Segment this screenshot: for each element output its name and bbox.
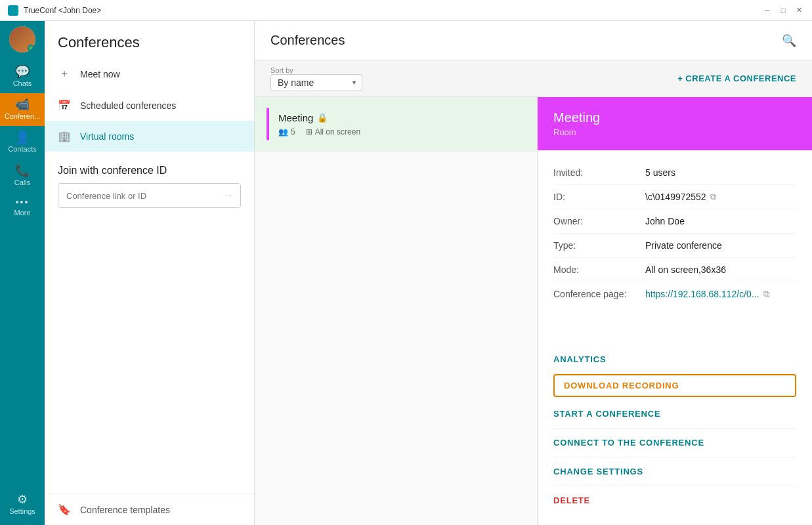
detail-row-mode: Mode: All on screen,36x36 <box>553 258 796 282</box>
detail-key-type: Type: <box>553 240 645 251</box>
analytics-button[interactable]: ANALYTICS <box>553 345 796 374</box>
conference-item-meeting[interactable]: Meeting 🔒 👥 5 ⊞ All on screen <box>255 97 537 152</box>
detail-val-invited: 5 users <box>645 167 796 178</box>
chats-icon: 💬 <box>15 66 30 77</box>
detail-subtitle: Room <box>553 127 796 137</box>
connect-conference-button[interactable]: CONNECT TO THE CONFERENCE <box>553 429 796 457</box>
detail-key-mode: Mode: <box>553 264 645 275</box>
maximize-button[interactable]: □ <box>778 5 788 16</box>
sidebar-chats-label: Chats <box>13 79 32 88</box>
window-controls: ─ □ ✕ <box>762 5 804 16</box>
delete-button[interactable]: DELETE <box>553 486 796 514</box>
detail-body: Invited: 5 users ID: \c\0149972552 ⧉ Own… <box>538 150 812 340</box>
footer-item-templates[interactable]: 🔖 Conference templates <box>45 494 254 525</box>
conf-meta: 👥 5 ⊞ All on screen <box>278 127 525 136</box>
left-panel-title: Conferences <box>45 21 254 58</box>
sidebar-conferences-label: Conferen... <box>5 112 40 121</box>
conf-page-link[interactable]: https://192.168.68.112/c/0... <box>645 289 759 299</box>
left-panel: Conferences ＋ Meet now 📅 Scheduled confe… <box>45 21 255 525</box>
conf-mode: ⊞ All on screen <box>306 127 360 136</box>
sidebar-contacts-label: Contacts <box>8 145 36 154</box>
sidebar: 💬 Chats 📹 Conferen... 👤 Contacts 📞 Calls… <box>0 21 45 525</box>
templates-icon: 🔖 <box>58 503 71 516</box>
create-conference-button[interactable]: + CREATE A CONFERENCE <box>677 74 796 83</box>
sidebar-item-settings[interactable]: ⚙ Settings <box>0 487 45 522</box>
footer-templates-label: Conference templates <box>80 505 170 515</box>
copy-page-button[interactable]: ⧉ <box>763 289 769 299</box>
conf-participants: 👥 5 <box>278 127 295 136</box>
join-submit-button[interactable]: → <box>217 184 240 207</box>
sidebar-settings-label: Settings <box>9 507 35 516</box>
detail-header: Meeting Room <box>538 97 812 150</box>
content-area: Meeting 🔒 👥 5 ⊞ All on screen <box>255 97 812 525</box>
sidebar-item-calls[interactable]: 📞 Calls <box>0 159 45 192</box>
conf-name: Meeting 🔒 <box>278 112 525 123</box>
detail-val-mode: All on screen,36x36 <box>645 264 796 275</box>
left-panel-menu: ＋ Meet now 📅 Scheduled conferences 🏢 Vir… <box>45 58 254 152</box>
contacts-icon: 👤 <box>15 131 30 143</box>
sort-group: Sort by By name By date By type <box>270 66 362 91</box>
settings-icon: ⚙ <box>17 494 28 505</box>
detail-key-owner: Owner: <box>553 216 645 226</box>
sidebar-item-chats[interactable]: 💬 Chats <box>0 60 45 93</box>
close-button[interactable]: ✕ <box>794 5 804 16</box>
download-recording-button[interactable]: DOWNLOAD RECORDING <box>553 374 796 397</box>
detail-panel: Meeting Room Invited: 5 users ID: \c\014… <box>537 97 812 525</box>
detail-key-id: ID: <box>553 192 645 202</box>
detail-key-conf-page: Conference page: <box>553 289 645 299</box>
join-section: Join with conference ID → <box>45 152 254 219</box>
conference-id-input[interactable] <box>58 185 217 207</box>
sidebar-calls-label: Calls <box>14 178 30 187</box>
sidebar-item-more[interactable]: ••• More <box>0 192 45 222</box>
conf-id-text: \c\0149972552 <box>645 192 706 202</box>
app-body: 💬 Chats 📹 Conferen... 👤 Contacts 📞 Calls… <box>0 21 812 525</box>
sidebar-item-conferences[interactable]: 📹 Conferen... <box>0 93 45 126</box>
copy-id-button[interactable]: ⧉ <box>710 192 716 202</box>
conferences-icon: 📹 <box>15 98 30 110</box>
start-conference-button[interactable]: START A CONFERENCE <box>553 400 796 429</box>
lock-icon: 🔒 <box>317 113 328 123</box>
participants-icon: 👥 <box>278 127 288 136</box>
detail-val-id: \c\0149972552 ⧉ <box>645 192 796 202</box>
detail-val-conf-page: https://192.168.68.112/c/0... ⧉ <box>645 289 796 299</box>
sort-select[interactable]: By name By date By type <box>270 74 362 91</box>
calls-icon: 📞 <box>15 165 30 177</box>
conf-mode-text: All on screen <box>315 127 360 136</box>
titlebar: TrueConf <John Doe> ─ □ ✕ <box>0 0 812 21</box>
main-header: Conferences 🔍 <box>255 21 812 60</box>
search-button[interactable]: 🔍 <box>782 33 796 48</box>
sidebar-item-contacts[interactable]: 👤 Contacts <box>0 126 45 159</box>
minimize-button[interactable]: ─ <box>762 5 773 16</box>
menu-item-scheduled-label: Scheduled conferences <box>80 100 176 111</box>
main-title: Conferences <box>270 33 782 48</box>
detail-title: Meeting <box>553 110 796 125</box>
avatar[interactable] <box>9 26 35 52</box>
meet-now-icon: ＋ <box>58 67 71 81</box>
change-settings-button[interactable]: CHANGE SETTINGS <box>553 457 796 486</box>
menu-item-scheduled[interactable]: 📅 Scheduled conferences <box>45 90 254 121</box>
conf-info: Meeting 🔒 👥 5 ⊞ All on screen <box>278 112 525 136</box>
detail-val-owner: John Doe <box>645 216 796 226</box>
menu-item-meet-now[interactable]: ＋ Meet now <box>45 58 254 90</box>
more-icon: ••• <box>16 198 30 207</box>
detail-row-id: ID: \c\0149972552 ⧉ <box>553 185 796 209</box>
participants-count: 5 <box>291 127 295 136</box>
menu-item-virtual-rooms-label: Virtual rooms <box>80 131 134 142</box>
main-toolbar: Sort by By name By date By type + CREATE… <box>255 60 812 97</box>
conf-accent-bar <box>267 108 269 140</box>
menu-item-virtual-rooms[interactable]: 🏢 Virtual rooms <box>45 121 254 152</box>
detail-row-invited: Invited: 5 users <box>553 161 796 185</box>
join-label: Join with conference ID <box>58 165 241 177</box>
virtual-rooms-icon: 🏢 <box>58 130 71 142</box>
detail-row-conf-page: Conference page: https://192.168.68.112/… <box>553 282 796 306</box>
app-title: TrueConf <John Doe> <box>24 6 762 15</box>
menu-item-meet-now-label: Meet now <box>80 69 120 79</box>
conferences-list: Meeting 🔒 👥 5 ⊞ All on screen <box>255 97 537 525</box>
mode-icon: ⊞ <box>306 127 312 136</box>
join-input-wrap: → <box>58 183 241 208</box>
conf-name-text: Meeting <box>278 112 313 123</box>
app-logo <box>8 5 18 16</box>
left-panel-footer: 🔖 Conference templates <box>45 494 254 525</box>
sidebar-more-label: More <box>14 209 30 217</box>
scheduled-icon: 📅 <box>58 99 71 112</box>
